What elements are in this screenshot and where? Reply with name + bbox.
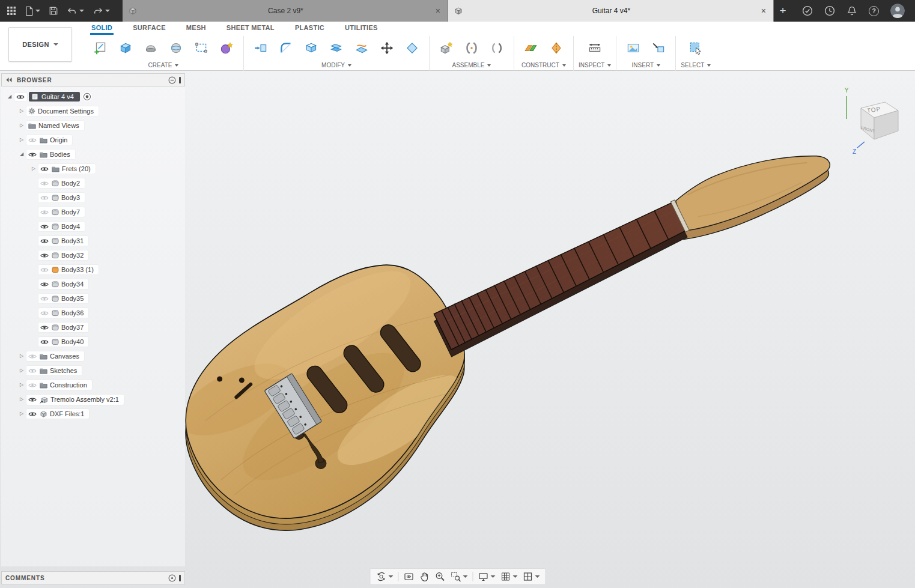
inspect-menu[interactable]: INSPECT xyxy=(579,62,611,68)
assemble-menu[interactable]: ASSEMBLE xyxy=(452,62,491,68)
visibility-eye-icon[interactable] xyxy=(28,383,37,388)
view-cube[interactable]: Y Z TOP FRONT xyxy=(834,84,907,156)
sphere-tool[interactable] xyxy=(164,36,188,60)
comments-bar[interactable]: COMMENTS xyxy=(1,571,185,584)
new-component-tool[interactable] xyxy=(434,36,458,60)
expand-arrow-icon[interactable]: ◢ xyxy=(17,152,26,157)
joint-tool[interactable] xyxy=(460,36,484,60)
expand-arrow-icon[interactable]: ▷ xyxy=(17,354,26,359)
browser-row[interactable]: ▷Document Settings xyxy=(1,104,185,118)
browser-row[interactable]: Body3 xyxy=(1,190,185,205)
visibility-eye-icon[interactable] xyxy=(28,368,37,374)
guitar-model[interactable] xyxy=(147,71,878,565)
as-built-joint-tool[interactable] xyxy=(485,36,509,60)
visibility-eye-icon[interactable] xyxy=(28,411,37,417)
browser-row[interactable]: Body34 xyxy=(1,277,185,291)
expand-arrow-icon[interactable]: ▷ xyxy=(17,109,26,114)
insert-menu[interactable]: INSERT xyxy=(632,62,661,68)
browser-row[interactable]: Body36 xyxy=(1,306,185,320)
browser-row[interactable]: ▷Construction xyxy=(1,378,185,392)
visibility-eye-icon[interactable] xyxy=(40,210,49,215)
browser-root-row[interactable]: ◢Guitar 4 v4 xyxy=(1,89,185,104)
document-tab-case2[interactable]: Case 2 v9* × xyxy=(123,0,448,22)
expand-arrow-icon[interactable]: ▷ xyxy=(17,411,26,416)
browser-row[interactable]: Body7 xyxy=(1,205,185,219)
visibility-eye-icon[interactable] xyxy=(40,296,49,302)
active-component-badge[interactable]: Guitar 4 v4 xyxy=(29,92,80,102)
browser-row[interactable]: ▷Sketches xyxy=(1,363,185,378)
visibility-eye-icon[interactable] xyxy=(40,195,49,201)
workspace-selector[interactable]: DESIGN xyxy=(8,27,72,62)
combine-tool[interactable] xyxy=(324,36,348,60)
job-status-button[interactable] xyxy=(799,3,816,19)
browser-options-icon[interactable] xyxy=(168,76,176,84)
display-settings-tool[interactable] xyxy=(476,570,497,583)
select-menu[interactable]: SELECT xyxy=(681,62,711,68)
visibility-eye-icon[interactable] xyxy=(28,354,37,359)
create-menu[interactable]: CREATE xyxy=(148,62,179,68)
visibility-eye-icon[interactable] xyxy=(40,311,49,316)
comments-options-icon[interactable] xyxy=(168,574,176,582)
browser-row[interactable]: Body35 xyxy=(1,291,185,306)
collapse-browser-icon[interactable] xyxy=(5,77,13,83)
visibility-eye-icon[interactable] xyxy=(28,152,37,157)
close-tab-icon[interactable]: × xyxy=(434,7,442,15)
offset-face-tool[interactable] xyxy=(400,36,424,60)
visibility-eye-icon[interactable] xyxy=(28,397,37,402)
app-grid-button[interactable] xyxy=(4,4,19,18)
tab-solid[interactable]: SOLID xyxy=(90,24,114,35)
zoom-window-tool[interactable] xyxy=(448,570,469,583)
browser-row[interactable]: ▷Frets (20) xyxy=(1,162,185,176)
shell-tool[interactable] xyxy=(299,36,323,60)
expand-arrow-icon[interactable]: ▷ xyxy=(17,138,26,142)
browser-row[interactable]: Body31 xyxy=(1,234,185,248)
browser-row[interactable]: Body33 (1) xyxy=(1,262,185,277)
activate-component-radio[interactable] xyxy=(82,92,92,102)
visibility-eye-icon[interactable] xyxy=(16,94,25,100)
grid-and-snaps-tool[interactable] xyxy=(498,570,519,583)
new-tab-button[interactable]: + xyxy=(774,0,792,22)
panel-resize-grip[interactable] xyxy=(179,575,181,581)
visibility-eye-icon[interactable] xyxy=(40,181,49,186)
revolve-tool[interactable] xyxy=(139,36,163,60)
pan-tool[interactable] xyxy=(417,570,431,583)
browser-row[interactable]: ▷Origin xyxy=(1,133,185,147)
expand-arrow-icon[interactable]: ▷ xyxy=(17,123,26,128)
tab-utilities[interactable]: UTILITIES xyxy=(344,24,379,35)
history-button[interactable] xyxy=(821,3,838,19)
browser-row[interactable]: Body37 xyxy=(1,320,185,335)
visibility-eye-icon[interactable] xyxy=(40,325,49,330)
tab-plastic[interactable]: PLASTIC xyxy=(294,24,326,35)
expand-arrow-icon[interactable]: ▷ xyxy=(17,383,26,387)
browser-row[interactable]: ▷Tremolo Assembly v2:1 xyxy=(1,392,185,407)
zoom-tool[interactable] xyxy=(433,570,447,583)
construction-plane-tool[interactable] xyxy=(519,36,543,60)
browser-row[interactable]: ▷Named Views xyxy=(1,118,185,133)
document-tab-guitar4[interactable]: Guitar 4 v4* × xyxy=(448,0,774,22)
create-sketch-tool[interactable] xyxy=(88,36,112,60)
help-button[interactable]: ? xyxy=(866,4,882,19)
browser-row[interactable]: Body4 xyxy=(1,219,185,234)
two-point-rectangle-tool[interactable] xyxy=(189,36,213,60)
visibility-eye-icon[interactable] xyxy=(40,339,49,345)
pattern-tool[interactable] xyxy=(214,36,239,60)
look-at-tool[interactable] xyxy=(401,570,416,583)
close-tab-icon[interactable]: × xyxy=(760,7,767,15)
browser-row[interactable]: ▷DXF Files:1 xyxy=(1,407,185,421)
expand-arrow-icon[interactable]: ◢ xyxy=(5,94,14,99)
browser-row[interactable]: Body40 xyxy=(1,335,185,349)
visibility-eye-icon[interactable] xyxy=(28,138,37,143)
construct-menu[interactable]: CONSTRUCT xyxy=(521,62,566,68)
visibility-eye-icon[interactable] xyxy=(40,166,49,172)
press-pull-tool[interactable] xyxy=(249,36,273,60)
visibility-eye-icon[interactable] xyxy=(40,282,49,287)
visibility-eye-icon[interactable] xyxy=(40,267,49,273)
tab-mesh[interactable]: MESH xyxy=(185,24,207,35)
notifications-button[interactable] xyxy=(844,3,860,19)
construction-axis-tool[interactable] xyxy=(544,36,568,60)
measure-tool[interactable] xyxy=(583,36,607,60)
orbit-tool[interactable] xyxy=(374,570,395,583)
browser-row[interactable]: Body32 xyxy=(1,248,185,262)
browser-row[interactable]: Body2 xyxy=(1,176,185,190)
redo-button[interactable] xyxy=(90,4,113,17)
